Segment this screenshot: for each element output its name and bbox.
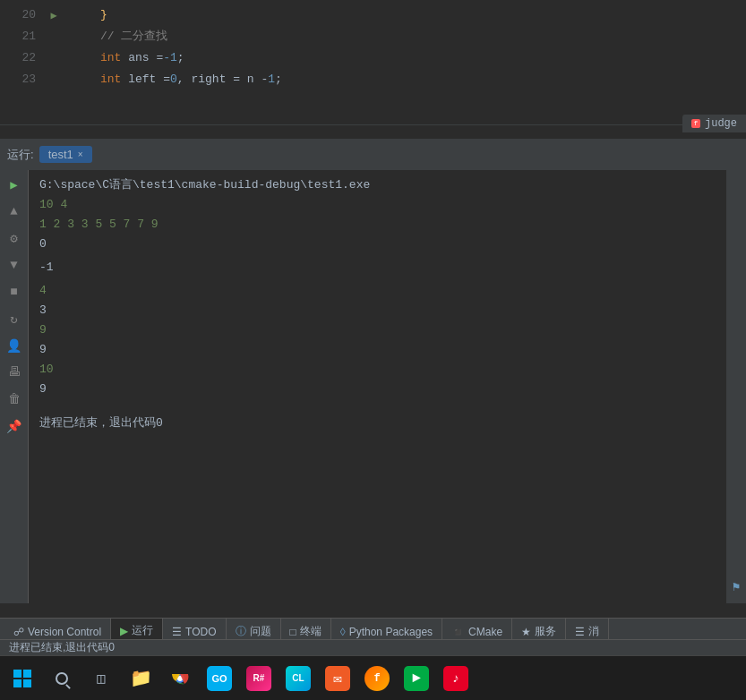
judge-tab-label: judge <box>705 117 737 130</box>
green-app-icon: ► <box>404 666 429 691</box>
line-numbers: 20 21 22 23 <box>0 0 45 124</box>
postman-button[interactable]: ✉ <box>320 661 356 696</box>
terminal-input2: 1 2 3 3 5 5 7 7 9 <box>39 215 716 235</box>
tab-todo-label: TODO <box>185 626 216 638</box>
delete-button[interactable]: 🗑 <box>5 390 23 408</box>
terminal-output1: 0 <box>39 235 716 254</box>
terminal-input1: 10 4 <box>39 195 716 215</box>
python-icon: ◊ <box>340 626 346 638</box>
run-tab-label: test1 <box>48 148 73 161</box>
chrome-button[interactable] <box>162 661 198 696</box>
terminal-exit-msg: 进程已结束，退出代码0 <box>39 414 716 433</box>
music-icon: ♪ <box>443 666 468 691</box>
scroll-up-button[interactable]: ▲ <box>5 202 23 220</box>
tab-cmake-label: CMake <box>468 626 502 638</box>
run-body: ▶ ▲ ⚙ ▼ ■ ↻ 👤 🖶 🗑 📌 G:\space\C语言\test1\c… <box>0 170 746 603</box>
print-button[interactable]: 🖶 <box>5 363 23 381</box>
run-tab-test1[interactable]: test1 × <box>39 146 92 163</box>
flux-icon: f <box>364 666 390 691</box>
terminal-output2: -1 <box>39 258 716 277</box>
run-header: 运行: test1 × <box>0 139 746 170</box>
rider-button[interactable]: R# <box>241 661 277 696</box>
code-editor: 20 21 22 23 ▶ } // 二分查找 int ans = -1; in… <box>0 0 746 125</box>
green-app-button[interactable]: ► <box>399 661 434 696</box>
version-control-icon: ☍ <box>13 626 24 638</box>
terminal-output6: 9 <box>39 340 716 360</box>
terminal-output5: 9 <box>39 320 716 340</box>
windows-button[interactable] <box>4 661 40 696</box>
search-icon <box>56 672 68 685</box>
run-label: 运行: <box>7 147 34 163</box>
terminal-output8: 9 <box>39 380 716 399</box>
run-tab-close[interactable]: × <box>78 149 83 159</box>
tab-run-label: 运行 <box>132 623 153 638</box>
task-view-icon: ◫ <box>97 670 106 687</box>
run-icon: ▶ <box>120 625 128 637</box>
terminal-icon: □ <box>290 626 296 638</box>
status-bar: 进程已结束,退出代码0 <box>0 639 746 655</box>
task-view-button[interactable]: ◫ <box>83 661 119 696</box>
run-sidebar: ▶ ▲ ⚙ ▼ ■ ↻ 👤 🖶 🗑 📌 <box>0 170 29 603</box>
user-button[interactable]: 👤 <box>5 337 23 354</box>
terminal-output[interactable]: G:\space\C语言\test1\cmake-build-debug\tes… <box>29 170 726 603</box>
postman-icon: ✉ <box>325 666 350 691</box>
play-button[interactable]: ▶ <box>5 175 23 193</box>
goland-button[interactable]: GO <box>202 661 237 696</box>
music-button[interactable]: ♪ <box>438 661 474 696</box>
issues-icon: ⓘ <box>236 624 246 639</box>
flux-button[interactable]: f <box>359 661 395 696</box>
settings-button[interactable]: ⚙ <box>5 229 23 247</box>
tab-issues-label: 问题 <box>250 624 271 639</box>
search-button[interactable] <box>44 661 80 696</box>
code-lines: } // 二分查找 int ans = -1; int left = 0, ri… <box>63 0 746 124</box>
tab-service-label: 服务 <box>535 624 556 639</box>
chrome-icon <box>170 669 190 688</box>
cmake-icon: ◾ <box>451 626 465 638</box>
bookmark-icon[interactable]: ⚑ <box>733 579 740 594</box>
status-message: 进程已结束,退出代码0 <box>9 640 115 655</box>
file-explorer-icon: 📁 <box>130 667 152 689</box>
tab-more-label: 消 <box>588 624 599 639</box>
taskbar: ◫ 📁 GO R# CL ✉ f ► <box>0 655 746 700</box>
tab-python-packages-label: Python Packages <box>349 626 433 638</box>
terminal-path: G:\space\C语言\test1\cmake-build-debug\tes… <box>39 175 716 195</box>
terminal-output4: 3 <box>39 301 716 320</box>
rerun-button[interactable]: ↻ <box>5 310 23 328</box>
judge-dot: f <box>691 119 700 128</box>
more-icon: ☰ <box>575 626 585 638</box>
todo-icon: ☰ <box>172 626 182 638</box>
goland-icon: GO <box>207 666 232 691</box>
clion-icon: CL <box>286 666 311 691</box>
bookmarks-panel: Bookmarks ⚑ <box>726 170 746 603</box>
file-explorer-button[interactable]: 📁 <box>123 661 159 696</box>
terminal-output3: 4 <box>39 281 716 301</box>
rider-icon: R# <box>246 666 271 691</box>
clion-button[interactable]: CL <box>280 661 316 696</box>
scroll-down-button[interactable]: ▼ <box>5 256 23 274</box>
tab-version-control-label: Version Control <box>28 626 101 638</box>
terminal-output7: 10 <box>39 360 716 380</box>
tab-terminal-label: 终端 <box>300 624 322 639</box>
windows-logo <box>13 670 31 687</box>
stop-button[interactable]: ■ <box>5 283 23 301</box>
run-panel: 运行: test1 × ▶ ▲ ⚙ ▼ ■ ↻ 👤 🖶 🗑 📌 G:\space… <box>0 139 746 603</box>
judge-tab[interactable]: f judge <box>682 115 746 132</box>
service-icon: ★ <box>521 626 531 638</box>
pin-button[interactable]: 📌 <box>5 417 23 435</box>
